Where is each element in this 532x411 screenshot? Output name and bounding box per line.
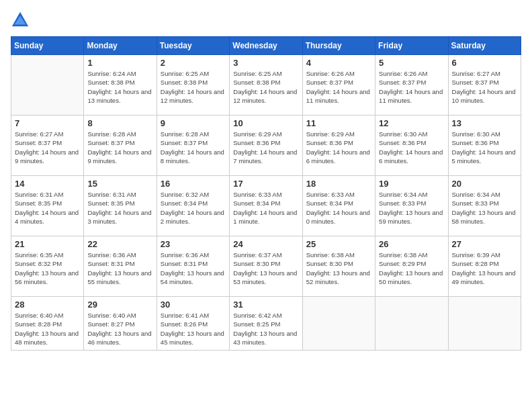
day-number: 22 [87,239,152,249]
day-info: Sunrise: 6:40 AMSunset: 8:28 PMDaylight:… [15,311,80,347]
calendar-cell: 12Sunrise: 6:30 AMSunset: 8:36 PMDayligh… [375,116,448,176]
day-info: Sunrise: 6:32 AMSunset: 8:34 PMDaylight:… [161,190,226,226]
calendar-week-2: 7Sunrise: 6:27 AMSunset: 8:37 PMDaylight… [11,116,521,176]
day-info: Sunrise: 6:26 AMSunset: 8:37 PMDaylight:… [306,69,371,105]
day-number: 19 [379,179,444,189]
calendar-cell: 19Sunrise: 6:34 AMSunset: 8:33 PMDayligh… [375,176,448,236]
day-of-week-monday: Monday [84,37,157,55]
calendar-week-1: 1Sunrise: 6:24 AMSunset: 8:38 PMDaylight… [11,55,521,116]
calendar-cell: 24Sunrise: 6:37 AMSunset: 8:30 PMDayligh… [230,236,302,297]
day-info: Sunrise: 6:34 AMSunset: 8:33 PMDaylight:… [452,190,517,226]
calendar-cell: 30Sunrise: 6:41 AMSunset: 8:26 PMDayligh… [157,297,229,351]
day-info: Sunrise: 6:36 AMSunset: 8:31 PMDaylight:… [161,250,226,286]
day-info: Sunrise: 6:42 AMSunset: 8:25 PMDaylight:… [233,311,298,347]
calendar-cell: 21Sunrise: 6:35 AMSunset: 8:32 PMDayligh… [11,236,84,297]
calendar-week-3: 14Sunrise: 6:31 AMSunset: 8:35 PMDayligh… [11,176,521,236]
calendar-cell: 5Sunrise: 6:26 AMSunset: 8:37 PMDaylight… [375,55,448,116]
day-of-week-saturday: Saturday [448,37,521,55]
day-number: 18 [306,179,371,189]
day-number: 11 [306,118,371,128]
day-number: 23 [161,239,226,249]
day-number: 30 [161,300,226,310]
calendar-cell: 7Sunrise: 6:27 AMSunset: 8:37 PMDaylight… [11,116,84,176]
day-info: Sunrise: 6:28 AMSunset: 8:37 PMDaylight:… [87,130,152,165]
day-info: Sunrise: 6:40 AMSunset: 8:27 PMDaylight:… [87,311,152,347]
logo [11,11,32,30]
logo-icon [11,11,30,30]
calendar-cell: 13Sunrise: 6:30 AMSunset: 8:36 PMDayligh… [448,116,521,176]
day-number: 20 [452,179,517,189]
day-info: Sunrise: 6:30 AMSunset: 8:36 PMDaylight:… [452,130,517,165]
day-info: Sunrise: 6:39 AMSunset: 8:28 PMDaylight:… [452,250,517,286]
day-of-week-tuesday: Tuesday [157,37,229,55]
day-number: 3 [233,58,298,68]
day-number: 1 [87,58,152,68]
day-number: 9 [161,118,226,128]
day-info: Sunrise: 6:29 AMSunset: 8:36 PMDaylight:… [306,130,371,165]
day-number: 21 [15,239,80,249]
calendar-cell: 4Sunrise: 6:26 AMSunset: 8:37 PMDaylight… [302,55,375,116]
day-info: Sunrise: 6:37 AMSunset: 8:30 PMDaylight:… [233,250,298,286]
day-info: Sunrise: 6:31 AMSunset: 8:35 PMDaylight:… [15,190,80,226]
calendar-cell: 18Sunrise: 6:33 AMSunset: 8:34 PMDayligh… [302,176,375,236]
calendar-cell: 11Sunrise: 6:29 AMSunset: 8:36 PMDayligh… [302,116,375,176]
calendar-cell: 20Sunrise: 6:34 AMSunset: 8:33 PMDayligh… [448,176,521,236]
calendar-cell: 10Sunrise: 6:29 AMSunset: 8:36 PMDayligh… [230,116,302,176]
calendar-cell: 15Sunrise: 6:31 AMSunset: 8:35 PMDayligh… [84,176,157,236]
day-info: Sunrise: 6:27 AMSunset: 8:37 PMDaylight:… [452,69,517,105]
calendar-cell [302,297,375,351]
day-info: Sunrise: 6:27 AMSunset: 8:37 PMDaylight:… [15,130,80,165]
day-number: 12 [379,118,444,128]
day-info: Sunrise: 6:31 AMSunset: 8:35 PMDaylight:… [87,190,152,226]
day-number: 6 [452,58,517,68]
calendar-cell: 1Sunrise: 6:24 AMSunset: 8:38 PMDaylight… [84,55,157,116]
day-info: Sunrise: 6:28 AMSunset: 8:37 PMDaylight:… [161,130,226,165]
calendar-cell: 6Sunrise: 6:27 AMSunset: 8:37 PMDaylight… [448,55,521,116]
day-number: 4 [306,58,371,68]
day-number: 24 [233,239,298,249]
day-number: 31 [233,300,298,310]
calendar-cell: 16Sunrise: 6:32 AMSunset: 8:34 PMDayligh… [157,176,229,236]
day-number: 29 [87,300,152,310]
calendar-cell: 3Sunrise: 6:25 AMSunset: 8:38 PMDaylight… [230,55,302,116]
day-number: 10 [233,118,298,128]
day-info: Sunrise: 6:26 AMSunset: 8:37 PMDaylight:… [379,69,444,105]
calendar-cell: 14Sunrise: 6:31 AMSunset: 8:35 PMDayligh… [11,176,84,236]
day-info: Sunrise: 6:30 AMSunset: 8:36 PMDaylight:… [379,130,444,165]
day-info: Sunrise: 6:35 AMSunset: 8:32 PMDaylight:… [15,250,80,286]
calendar-week-5: 28Sunrise: 6:40 AMSunset: 8:28 PMDayligh… [11,297,521,351]
day-info: Sunrise: 6:38 AMSunset: 8:29 PMDaylight:… [379,250,444,286]
day-number: 27 [452,239,517,249]
day-info: Sunrise: 6:25 AMSunset: 8:38 PMDaylight:… [161,69,226,105]
calendar-cell: 29Sunrise: 6:40 AMSunset: 8:27 PMDayligh… [84,297,157,351]
day-of-week-wednesday: Wednesday [230,37,302,55]
day-info: Sunrise: 6:33 AMSunset: 8:34 PMDaylight:… [306,190,371,226]
day-number: 28 [15,300,80,310]
day-number: 2 [161,58,226,68]
calendar-cell: 8Sunrise: 6:28 AMSunset: 8:37 PMDaylight… [84,116,157,176]
day-number: 16 [161,179,226,189]
day-number: 8 [87,118,152,128]
day-info: Sunrise: 6:25 AMSunset: 8:38 PMDaylight:… [233,69,298,105]
calendar-cell: 23Sunrise: 6:36 AMSunset: 8:31 PMDayligh… [157,236,229,297]
calendar-cell: 9Sunrise: 6:28 AMSunset: 8:37 PMDaylight… [157,116,229,176]
day-number: 7 [15,118,80,128]
calendar-table: SundayMondayTuesdayWednesdayThursdayFrid… [11,36,521,351]
calendar-cell: 2Sunrise: 6:25 AMSunset: 8:38 PMDaylight… [157,55,229,116]
day-of-week-thursday: Thursday [302,37,375,55]
calendar-week-4: 21Sunrise: 6:35 AMSunset: 8:32 PMDayligh… [11,236,521,297]
day-number: 26 [379,239,444,249]
calendar-cell [375,297,448,351]
page-header [11,11,521,30]
day-number: 14 [15,179,80,189]
calendar-cell [448,297,521,351]
day-of-week-sunday: Sunday [11,37,84,55]
day-number: 17 [233,179,298,189]
day-number: 5 [379,58,444,68]
calendar-cell: 31Sunrise: 6:42 AMSunset: 8:25 PMDayligh… [230,297,302,351]
day-info: Sunrise: 6:41 AMSunset: 8:26 PMDaylight:… [161,311,226,347]
day-of-week-friday: Friday [375,37,448,55]
calendar-cell: 25Sunrise: 6:38 AMSunset: 8:30 PMDayligh… [302,236,375,297]
day-info: Sunrise: 6:29 AMSunset: 8:36 PMDaylight:… [233,130,298,165]
calendar-cell: 26Sunrise: 6:38 AMSunset: 8:29 PMDayligh… [375,236,448,297]
